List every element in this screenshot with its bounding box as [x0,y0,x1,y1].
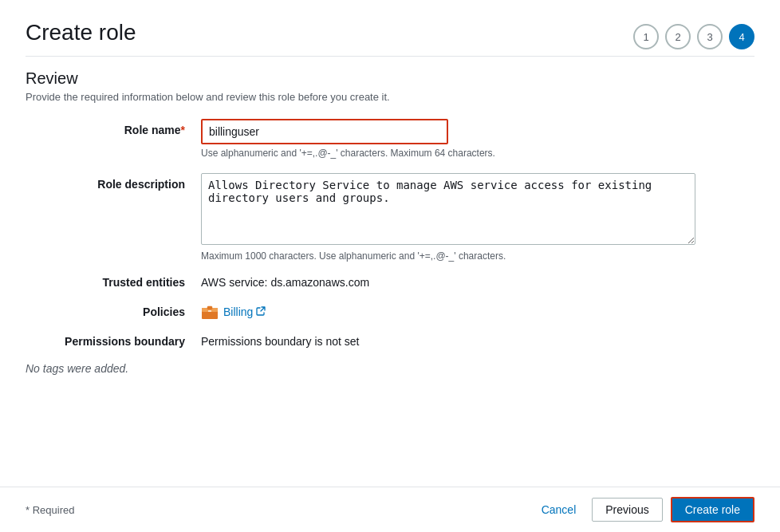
policies-label: Policies [26,305,201,318]
role-description-textarea[interactable]: Allows Directory Service to manage AWS s… [201,173,695,245]
section-subtitle: Provide the required information below a… [26,91,754,103]
trusted-entities-label: Trusted entities [26,276,201,289]
step-3[interactable]: 3 [697,24,723,49]
role-name-control-group: Use alphanumeric and '+=,.@-_' character… [201,119,743,159]
role-description-hint: Maximum 1000 characters. Use alphanumeri… [201,250,743,262]
role-description-row: Role description Allows Directory Servic… [26,173,754,262]
required-note: * Required [26,504,74,516]
policies-row: Policies Billing [26,303,754,321]
trusted-entities-value: AWS service: ds.amazonaws.com [201,276,369,289]
step-4[interactable]: 4 [729,24,754,49]
previous-button[interactable]: Previous [592,498,662,522]
main-content: Create role 1 2 3 4 Review Provide the r… [0,0,780,487]
role-name-input[interactable] [201,119,448,144]
page-title: Create role [26,19,136,46]
footer-actions: Cancel Previous Create role [534,497,754,522]
policies-value-row: Billing [201,303,266,321]
permissions-boundary-label: Permissions boundary [26,335,201,348]
permissions-boundary-row: Permissions boundary Permissions boundar… [26,335,754,348]
policy-icon [201,303,219,321]
role-name-label: Role name* [26,119,201,136]
permissions-boundary-value: Permissions boundary is not set [201,335,359,348]
step-2[interactable]: 2 [665,24,691,49]
svg-rect-2 [207,306,212,309]
external-link-icon [256,306,266,318]
page-wrapper: Create role 1 2 3 4 Review Provide the r… [0,0,780,532]
no-tags-note: No tags were added. [26,362,754,375]
role-name-hint: Use alphanumeric and '+=,.@-_' character… [201,148,743,159]
header-row: Create role 1 2 3 4 [26,19,754,49]
role-name-row: Role name* Use alphanumeric and '+=,.@-_… [26,119,754,159]
trusted-entities-row: Trusted entities AWS service: ds.amazona… [26,276,754,289]
required-star: * [181,124,185,136]
billing-policy-link[interactable]: Billing [223,305,253,318]
cancel-button[interactable]: Cancel [534,499,585,521]
section-title: Review [26,69,754,88]
svg-rect-3 [208,310,211,312]
header-divider [26,56,754,57]
create-role-button[interactable]: Create role [671,497,754,522]
step-1[interactable]: 1 [633,24,659,49]
footer-bar: * Required Cancel Previous Create role [0,487,780,532]
role-description-control-group: Allows Directory Service to manage AWS s… [201,173,743,262]
step-indicators: 1 2 3 4 [633,24,754,49]
role-description-label: Role description [26,173,201,191]
